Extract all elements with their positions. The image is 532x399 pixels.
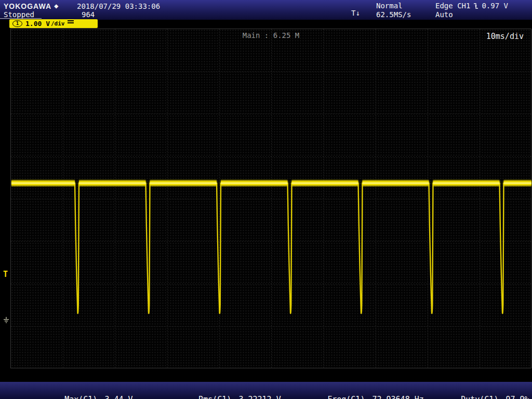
oscilloscope-display: YOKOGAWA ◆ 2018/07/29 03:33:06 Stopped 9… — [0, 0, 532, 399]
timebase-setting: 10ms/div — [486, 32, 524, 41]
ground-level-icon — [3, 317, 10, 324]
measurement-value: 72.93648 Hz — [372, 395, 423, 399]
measurement-duty: Duty(C1)97.9% — [433, 385, 529, 399]
waveform-screen: Main : 6.25 M 10ms/div — [10, 29, 531, 368]
measurement-label: Max(C1) — [64, 395, 97, 399]
trigger-mode: Normal — [376, 2, 403, 10]
measurement-label: Freq(C1) — [327, 395, 365, 399]
record-length-info: Main : 6.25 M — [243, 31, 300, 39]
channel1-number-icon: 1 — [12, 20, 22, 27]
datetime: 2018/07/29 03:33:06 — [77, 2, 160, 10]
brand-diamond-icon: ◆ — [54, 2, 58, 10]
channel1-badge: 1 1.00 V /div — [9, 19, 98, 28]
trigger-source: Edge CH1 — [435, 2, 470, 10]
measurement-max: Max(C1)3.44 V — [36, 385, 133, 399]
channel1-scale: 1.00 V — [25, 20, 50, 28]
trigger-sweep-mode: Auto — [435, 10, 453, 19]
measurement-freq: Freq(C1)72.93648 Hz — [299, 385, 424, 399]
measurement-value: 3.22212 V — [238, 395, 281, 399]
graticule — [11, 29, 532, 369]
measurement-rms: Rms(C1)3.22212 V — [170, 385, 281, 399]
status-underline — [0, 18, 42, 19]
dc-coupling-icon — [68, 20, 74, 24]
measurement-value: 97.9% — [506, 395, 529, 399]
sample-rate: 62.5MS/s — [376, 10, 411, 19]
brand-logo: YOKOGAWA — [4, 2, 51, 10]
measurement-label: Duty(C1) — [461, 395, 498, 399]
waveform-svg — [11, 29, 532, 369]
channel1-scale-unit: /div — [51, 20, 65, 27]
trigger-level-marker: T — [3, 270, 8, 279]
acquisition-status: Stopped — [4, 10, 34, 19]
trigger-position-icon: T↓ — [351, 9, 360, 17]
top-status-bar: YOKOGAWA ◆ 2018/07/29 03:33:06 Stopped 9… — [0, 0, 532, 20]
falling-edge-trigger-icon — [473, 3, 478, 9]
trigger-settings: Edge CH1 0.97 V — [435, 2, 508, 10]
measurement-label: Rms(C1) — [198, 395, 231, 399]
measurement-value: 3.44 V — [104, 395, 132, 399]
acquisition-count: 964 — [82, 10, 95, 19]
waveform-pulses — [11, 183, 531, 314]
trigger-level: 0.97 V — [482, 2, 508, 10]
measurement-bar: Max(C1)3.44 V Rms(C1)3.22212 V Freq(C1)7… — [0, 382, 532, 399]
